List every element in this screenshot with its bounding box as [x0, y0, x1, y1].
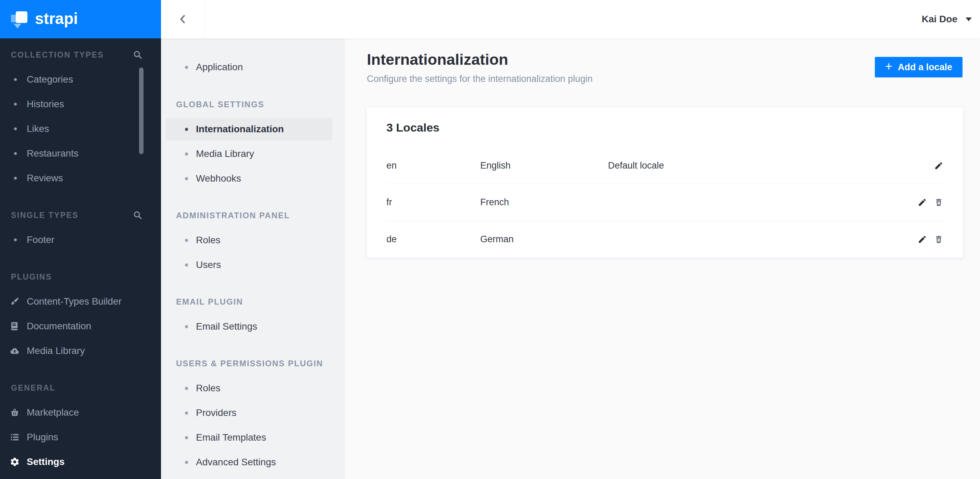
locale-name: English [480, 160, 608, 171]
sidebar-item-settings[interactable]: Settings [0, 455, 161, 469]
bullet-icon [14, 152, 17, 155]
sidebar-scrollbar[interactable] [139, 67, 143, 154]
sidebar-item-footer[interactable]: Footer [0, 233, 161, 247]
bullet-icon [185, 461, 188, 464]
main-content: Internationalization Configure the setti… [345, 38, 980, 479]
locales-card: 3 Locales enEnglishDefault localefrFrenc… [367, 108, 963, 258]
locale-row-de[interactable]: deGerman [387, 221, 944, 258]
settings-nav-item-webhooks[interactable]: Webhooks [161, 171, 345, 186]
locales-card-header: 3 Locales [387, 108, 944, 147]
locale-code: de [387, 234, 480, 245]
locale-default-badge: Default locale [608, 160, 934, 171]
trash-icon [934, 235, 943, 244]
sidebar-item-plugins[interactable]: Plugins [0, 430, 161, 444]
add-locale-button[interactable]: + Add a locale [875, 57, 963, 78]
sidebar-item-documentation[interactable]: Documentation [0, 319, 161, 333]
bullet-icon [185, 387, 188, 390]
sidebar-item-label: Content-Types Builder [27, 296, 122, 307]
settings-nav-item-providers[interactable]: Providers [161, 405, 345, 420]
settings-nav-item-label: Users [196, 259, 221, 271]
sidebar-item-label: Media Library [27, 345, 85, 356]
settings-nav-item-advanced-settings[interactable]: Advanced Settings [161, 455, 345, 470]
sidebar-item-histories[interactable]: Histories [0, 97, 161, 111]
edit-locale-button[interactable] [934, 161, 944, 171]
bullet-icon [185, 66, 188, 69]
delete-locale-button[interactable] [934, 234, 944, 244]
search-icon[interactable] [133, 210, 143, 220]
settings-nav-section-global-settings: GLOBAL SETTINGS [176, 100, 264, 109]
locale-row-fr[interactable]: frFrench [387, 184, 944, 221]
search-icon[interactable] [133, 50, 143, 60]
locale-name: French [480, 197, 608, 208]
bullet-icon [185, 153, 188, 156]
back-button[interactable] [161, 0, 205, 38]
settings-nav-item-label: Application [196, 62, 243, 73]
settings-sidebar: ApplicationGLOBAL SETTINGSInternationali… [161, 38, 345, 479]
gear-icon [10, 457, 20, 467]
sidebar-section-header-plugins: PLUGINS [11, 272, 52, 282]
bullet-icon [14, 103, 17, 105]
main-sidebar: strapi COLLECTION TYPESCategoriesHistori… [0, 0, 161, 479]
settings-nav-item-label: Email Templates [196, 432, 266, 443]
pencil-icon [934, 161, 943, 170]
sidebar-item-likes[interactable]: Likes [0, 122, 161, 136]
sidebar-section-header-single-types: SINGLE TYPES [11, 210, 78, 220]
bullet-icon [14, 177, 17, 180]
edit-locale-button[interactable] [917, 197, 927, 208]
brand-name: strapi [35, 9, 78, 28]
sidebar-item-restaurants[interactable]: Restaurants [0, 146, 161, 160]
sidebar-item-content-types-builder[interactable]: Content-Types Builder [0, 294, 161, 309]
settings-nav-item-label: Providers [196, 407, 236, 419]
locale-code: en [387, 160, 480, 171]
cloud-upload-icon [10, 346, 20, 356]
locale-row-en[interactable]: enEnglishDefault locale [387, 147, 944, 184]
sidebar-item-label: Restaurants [27, 148, 78, 159]
sidebar-item-media-library[interactable]: Media Library [0, 344, 161, 358]
bullet-icon [14, 127, 17, 130]
pencil-icon [918, 235, 927, 244]
user-name: Kai Doe [922, 14, 958, 25]
settings-nav-item-label: Internationalization [196, 124, 284, 135]
sidebar-item-label: Likes [27, 123, 49, 134]
bullet-icon [185, 264, 188, 267]
settings-nav-item-label: Media Library [196, 148, 254, 159]
settings-nav-item-application[interactable]: Application [161, 60, 345, 75]
sidebar-item-categories[interactable]: Categories [0, 73, 161, 86]
bullet-icon [185, 412, 188, 415]
settings-nav-item-roles[interactable]: Roles [161, 232, 345, 248]
bullet-icon [185, 239, 188, 242]
plus-icon: + [885, 59, 892, 74]
bullet-icon [185, 128, 188, 131]
basket-icon [10, 407, 20, 418]
sidebar-item-label: Plugins [27, 432, 58, 443]
settings-nav-item-label: Advanced Settings [196, 457, 276, 468]
sidebar-item-label: Marketplace [27, 407, 79, 418]
edit-locale-button[interactable] [917, 234, 927, 244]
settings-nav-item-users[interactable]: Users [161, 257, 345, 272]
strapi-logo-icon [11, 10, 30, 29]
settings-nav-item-email-templates[interactable]: Email Templates [161, 430, 345, 445]
locale-row-actions [917, 197, 944, 208]
sidebar-item-label: Histories [27, 99, 64, 110]
sidebar-section-header-general: GENERAL [11, 383, 56, 393]
settings-nav-item-roles[interactable]: Roles [161, 381, 345, 396]
locale-row-actions [917, 234, 944, 244]
user-menu[interactable]: Kai Doe [922, 0, 972, 38]
locale-row-actions [934, 161, 944, 171]
page-subtitle: Configure the settings for the internati… [367, 74, 593, 84]
add-locale-label: Add a locale [898, 62, 952, 73]
settings-nav-item-internationalization[interactable]: Internationalization [161, 122, 345, 137]
settings-nav-item-label: Email Settings [196, 321, 257, 332]
sidebar-section-header-collection-types: COLLECTION TYPES [11, 50, 104, 60]
sidebar-item-marketplace[interactable]: Marketplace [0, 406, 161, 419]
settings-nav-item-email-settings[interactable]: Email Settings [161, 319, 345, 334]
brand-logo[interactable]: strapi [0, 0, 161, 38]
settings-nav-item-media-library[interactable]: Media Library [161, 146, 345, 161]
settings-nav-section-administration-panel: ADMINISTRATION PANEL [176, 211, 290, 220]
bullet-icon [14, 239, 17, 241]
brush-icon [10, 296, 20, 307]
bullet-icon [185, 177, 188, 180]
trash-icon [934, 198, 943, 207]
delete-locale-button[interactable] [934, 197, 944, 208]
sidebar-item-reviews[interactable]: Reviews [0, 171, 161, 185]
